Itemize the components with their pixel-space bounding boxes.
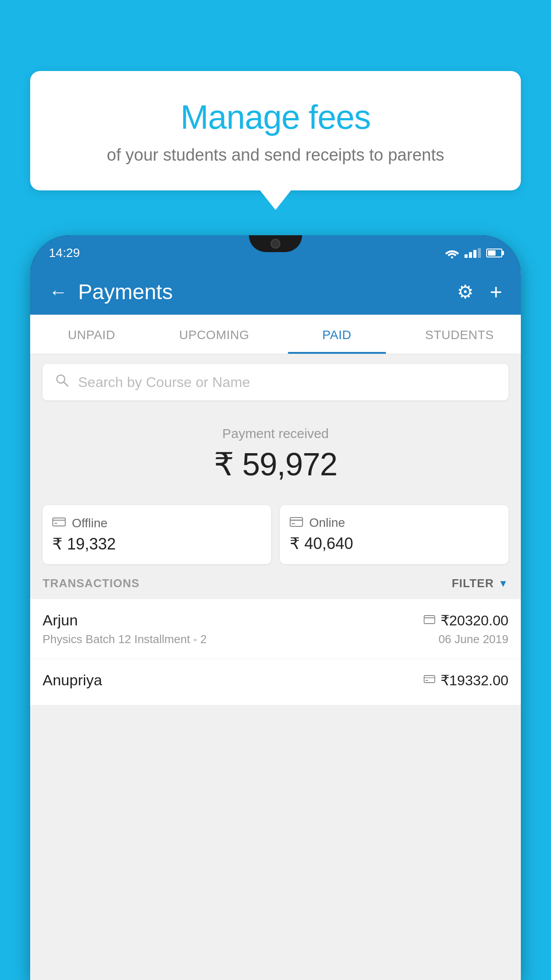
transaction-amount-wrap: ₹20320.00 — [424, 612, 508, 629]
speech-bubble-subtitle: of your students and send receipts to pa… — [52, 144, 499, 166]
offline-payment-card: Offline ₹ 19,332 — [43, 505, 271, 564]
tabs: UNPAID UPCOMING PAID STUDENTS — [30, 315, 521, 354]
status-icons — [445, 248, 502, 258]
svg-rect-9 — [424, 616, 435, 624]
tab-unpaid[interactable]: UNPAID — [30, 315, 153, 354]
signal-icon — [464, 248, 481, 258]
app-header: ← Payments ⚙ + — [30, 271, 521, 315]
offline-label: Offline — [72, 516, 107, 530]
phone-screen: ← Payments ⚙ + UNPAID UPCOMING PAID STUD… — [30, 271, 521, 980]
camera — [271, 239, 280, 249]
notch — [249, 235, 302, 252]
battery-fill — [488, 250, 496, 256]
gear-icon[interactable]: ⚙ — [457, 281, 474, 303]
payment-received-amount: ₹ 59,972 — [30, 446, 521, 483]
card-header-online: Online — [290, 516, 499, 530]
header-actions: ⚙ + — [457, 280, 502, 304]
transactions-header: TRANSACTIONS FILTER ▼ — [30, 564, 521, 599]
search-bar[interactable]: Search by Course or Name — [43, 364, 508, 400]
page-title: Payments — [78, 280, 173, 304]
wifi-icon — [445, 248, 459, 258]
card-header-offline: Offline — [52, 516, 261, 530]
filter-label: FILTER — [452, 577, 494, 590]
transaction-cash-icon — [424, 673, 435, 687]
student-name: Anupriya — [43, 672, 102, 689]
student-name: Arjun — [43, 612, 78, 629]
status-bar: 14:29 — [30, 235, 521, 271]
transaction-row[interactable]: Anupriya ₹19332.00 — [30, 659, 521, 705]
offline-icon — [52, 516, 66, 530]
course-info: Physics Batch 12 Installment - 2 — [43, 632, 207, 646]
svg-point-0 — [451, 257, 453, 259]
transaction-row[interactable]: Arjun ₹20320.00 Physics Batch 12 Install… — [30, 599, 521, 659]
payment-received-section: Payment received ₹ 59,972 — [30, 410, 521, 495]
svg-line-2 — [64, 382, 68, 386]
svg-rect-11 — [424, 676, 435, 683]
status-time: 14:29 — [49, 246, 80, 260]
add-icon[interactable]: + — [490, 280, 502, 304]
transactions-label: TRANSACTIONS — [43, 577, 140, 590]
svg-rect-6 — [290, 518, 303, 526]
battery-icon — [486, 249, 502, 257]
tab-paid[interactable]: PAID — [276, 315, 398, 354]
search-placeholder: Search by Course or Name — [78, 374, 250, 391]
phone-frame: 14:29 — [30, 235, 521, 980]
back-button[interactable]: ← — [49, 283, 67, 301]
offline-amount: ₹ 19,332 — [52, 535, 261, 553]
header-left: ← Payments — [49, 280, 173, 304]
filter-button[interactable]: FILTER ▼ — [452, 577, 508, 590]
transaction-bottom: Physics Batch 12 Installment - 2 06 June… — [43, 632, 508, 646]
transaction-date: 06 June 2019 — [438, 632, 508, 646]
speech-bubble-title: Manage fees — [52, 98, 499, 136]
online-amount: ₹ 40,640 — [290, 534, 499, 553]
transaction-card-icon — [424, 613, 435, 627]
online-icon — [290, 516, 303, 530]
online-payment-card: Online ₹ 40,640 — [280, 505, 508, 564]
online-label: Online — [309, 516, 345, 530]
transaction-top: Arjun ₹20320.00 — [43, 612, 508, 629]
transaction-amount: ₹20320.00 — [441, 612, 508, 629]
tab-students[interactable]: STUDENTS — [398, 315, 521, 354]
filter-icon: ▼ — [498, 578, 508, 589]
svg-rect-3 — [53, 518, 65, 526]
payment-received-label: Payment received — [30, 426, 521, 441]
transaction-amount: ₹19332.00 — [441, 672, 508, 689]
transaction-amount-wrap: ₹19332.00 — [424, 672, 508, 689]
search-icon — [55, 373, 69, 391]
transaction-top: Anupriya ₹19332.00 — [43, 672, 508, 689]
payment-cards: Offline ₹ 19,332 Online ₹ 40,640 — [43, 505, 508, 564]
speech-bubble: Manage fees of your students and send re… — [30, 71, 521, 190]
tab-upcoming[interactable]: UPCOMING — [153, 315, 276, 354]
